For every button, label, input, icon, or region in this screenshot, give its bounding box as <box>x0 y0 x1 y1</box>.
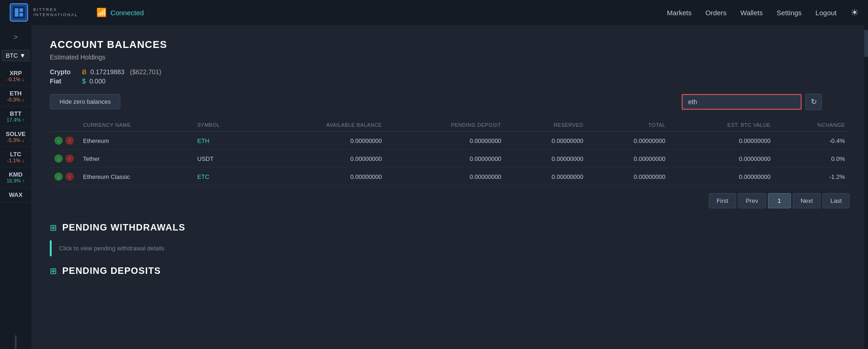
th-pending: PENDING DEPOSIT <box>386 118 506 132</box>
th-symbol: SYMBOL <box>193 118 256 132</box>
withdraw-icon[interactable]: ↑ <box>65 136 74 145</box>
right-scrollbar <box>864 25 868 349</box>
row-currency-name: Ethereum Classic <box>78 168 193 186</box>
nav-wallets[interactable]: Wallets <box>740 9 763 17</box>
deposits-title: PENDING DEPOSITS <box>62 266 161 276</box>
theme-icon[interactable]: ☀ <box>850 7 859 18</box>
sidebar-coin-eth[interactable]: ETH -0.3% ↓ <box>0 86 31 106</box>
refresh-button[interactable]: ↻ <box>805 94 822 110</box>
market-selector[interactable]: BTC ▼ <box>2 50 30 61</box>
coin-name: WAX <box>2 191 30 198</box>
nav-logout[interactable]: Logout <box>815 9 837 17</box>
coin-name: ETH <box>2 90 30 97</box>
row-pending: 0.00000000 <box>386 150 506 168</box>
coin-change: -5.3% ↓ <box>2 137 30 143</box>
row-btc-value: 0.00000000 <box>670 168 775 186</box>
holdings-crypto-row: Crypto Ƀ 0.17219883 ($622,701) <box>50 68 850 76</box>
withdrawals-info-text[interactable]: Click to view pending withdrawal details <box>59 240 164 256</box>
logo-text: BITTREX INTERNATIONAL <box>33 7 78 18</box>
logo-brand: BITTREX <box>33 7 78 12</box>
row-reserved: 0.00000000 <box>506 132 588 150</box>
nav-markets[interactable]: Markets <box>667 9 691 17</box>
row-currency-name: Ethereum <box>78 132 193 150</box>
table-row: ↓ ↑ Tether USDT 0.00000000 0.00000000 0.… <box>50 150 850 168</box>
pagination-first[interactable]: First <box>709 193 736 208</box>
row-change: 0.0% <box>775 150 850 168</box>
withdrawals-info: Click to view pending withdrawal details <box>50 240 850 256</box>
coin-change: 16.9% ↑ <box>2 178 30 183</box>
nav-settings[interactable]: Settings <box>777 9 802 17</box>
dollar-symbol: $ <box>82 77 86 85</box>
row-actions: ↓ ↑ <box>50 132 78 150</box>
row-symbol[interactable]: ETC <box>193 168 256 186</box>
connection-status: 📶 Connected <box>96 7 144 18</box>
row-pending: 0.00000000 <box>386 132 506 150</box>
row-actions: ↓ ↑ <box>50 150 78 168</box>
fiat-amount: 0.000 <box>89 77 106 85</box>
th-total: TOTAL <box>588 118 670 132</box>
row-pending: 0.00000000 <box>386 168 506 186</box>
holdings-fiat-row: Fiat $ 0.000 <box>50 77 850 85</box>
holdings-table: Crypto Ƀ 0.17219883 ($622,701) Fiat $ 0.… <box>50 68 850 85</box>
sidebar-coin-solve[interactable]: SOLVE -5.3% ↓ <box>0 127 31 147</box>
nav-orders[interactable]: Orders <box>705 9 726 17</box>
holdings-crypto-label: Crypto <box>50 68 82 76</box>
th-available: AVAILABLE BALANCE <box>256 118 386 132</box>
pagination-last[interactable]: Last <box>822 193 850 208</box>
pagination-next[interactable]: Next <box>793 193 821 208</box>
chevron-down-icon: ▼ <box>20 52 26 59</box>
btc-symbol: Ƀ <box>82 68 87 76</box>
sidebar-coin-kmd[interactable]: KMD 16.9% ↑ <box>0 167 31 188</box>
sidebar-coin-ltc[interactable]: LTC -1.1% ↓ <box>0 147 31 167</box>
deposit-icon[interactable]: ↓ <box>54 136 63 145</box>
sidebar-toggle[interactable]: > <box>10 30 21 45</box>
row-symbol[interactable]: USDT <box>193 150 256 168</box>
action-icons: ↓ ↑ <box>54 136 74 145</box>
table-body: ↓ ↑ Ethereum ETH 0.00000000 0.00000000 0… <box>50 132 850 186</box>
coin-change: -0.3% ↓ <box>2 97 30 102</box>
th-change: %CHANGE <box>775 118 850 132</box>
row-available: 0.00000000 <box>256 168 386 186</box>
th-actions <box>50 118 78 132</box>
coin-name: BTT <box>2 110 30 117</box>
row-change: -0.4% <box>775 132 850 150</box>
row-total: 0.00000000 <box>588 150 670 168</box>
sidebar-coin-list: XRP -0.1% ↓ ETH -0.3% ↓ BTT 17.4% ↑ SOLV… <box>0 66 31 335</box>
search-input[interactable] <box>682 94 802 110</box>
hide-zero-button[interactable]: Hide zero balances <box>50 94 120 109</box>
sidebar-coin-btt[interactable]: BTT 17.4% ↑ <box>0 106 31 127</box>
withdraw-icon[interactable]: ↑ <box>65 172 74 181</box>
withdrawals-blue-bar <box>50 240 52 256</box>
table-header: CURRENCY NAME SYMBOL AVAILABLE BALANCE P… <box>50 118 850 132</box>
table-row: ↓ ↑ Ethereum Classic ETC 0.00000000 0.00… <box>50 168 850 186</box>
row-total: 0.00000000 <box>588 168 670 186</box>
sidebar-coin-wax[interactable]: WAX <box>0 188 31 202</box>
pagination-prev[interactable]: Prev <box>738 193 766 208</box>
pagination: First Prev 1 Next Last <box>50 193 850 208</box>
row-btc-value: 0.00000000 <box>670 132 775 150</box>
row-available: 0.00000000 <box>256 132 386 150</box>
deposit-icon[interactable]: ↓ <box>54 172 63 181</box>
toolbar-row: Hide zero balances ↻ <box>50 94 850 109</box>
row-symbol[interactable]: ETH <box>193 132 256 150</box>
holdings-crypto-value: Ƀ 0.17219883 <box>82 68 125 76</box>
market-selector-label: BTC <box>6 52 18 59</box>
withdraw-icon[interactable]: ↑ <box>65 154 74 163</box>
row-currency-name: Tether <box>78 150 193 168</box>
coin-change: -0.1% ↓ <box>2 77 30 82</box>
sidebar-coin-xrp[interactable]: XRP -0.1% ↓ <box>0 66 31 86</box>
holdings-fiat-label: Fiat <box>50 77 82 85</box>
deposits-expand-icon[interactable]: ⊞ <box>50 266 57 276</box>
pagination-current[interactable]: 1 <box>768 193 791 208</box>
svg-rect-1 <box>13 6 25 18</box>
deposit-icon[interactable]: ↓ <box>54 154 63 163</box>
nav-right: Markets Orders Wallets Settings Logout ☀ <box>667 7 859 18</box>
svg-rect-2 <box>15 8 18 17</box>
row-total: 0.00000000 <box>588 132 670 150</box>
row-available: 0.00000000 <box>256 150 386 168</box>
page-title: ACCOUNT BALANCES <box>50 39 850 51</box>
holdings-crypto-usd: ($622,701) <box>130 68 161 76</box>
withdrawals-expand-icon[interactable]: ⊞ <box>50 223 57 233</box>
logo-sub: INTERNATIONAL <box>33 12 78 18</box>
row-reserved: 0.00000000 <box>506 168 588 186</box>
